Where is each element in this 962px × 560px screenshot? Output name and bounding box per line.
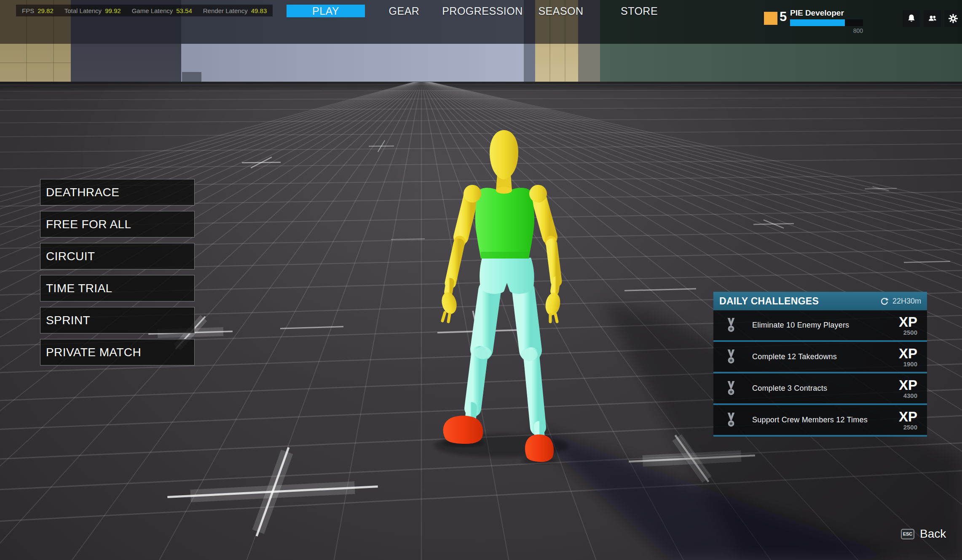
challenge-reward: XP 2500: [899, 410, 917, 430]
level-badge: [764, 12, 777, 25]
daily-challenges-header: DAILY CHALLENGES 22H30m: [713, 292, 927, 310]
friends-button[interactable]: [924, 10, 941, 27]
people-icon: [927, 13, 938, 24]
xp-progress-fill: [790, 19, 845, 26]
medal-icon: [726, 381, 736, 396]
xp-amount: 2500: [899, 424, 917, 430]
xp-label: XP: [899, 410, 917, 424]
mode-private-match-button[interactable]: PRIVATE MATCH: [40, 339, 195, 365]
challenge-row: Eliminate 10 Enemy Players XP 2500: [713, 310, 927, 342]
xp-to-next-level: 800: [790, 27, 863, 34]
challenge-row: Support Crew Members 12 Times XP 2500: [713, 405, 927, 437]
xp-amount: 2500: [899, 329, 917, 336]
settings-button[interactable]: [944, 10, 962, 27]
mode-circuit-button[interactable]: CIRCUIT: [40, 243, 195, 269]
tab-gear[interactable]: GEAR: [365, 5, 443, 17]
notifications-button[interactable]: [903, 10, 920, 27]
challenge-text: Eliminate 10 Enemy Players: [752, 321, 849, 330]
performance-stats-bar: FPS 29.82 Total Latency 99.92 Game Laten…: [16, 5, 273, 16]
stat-fps: FPS 29.82: [22, 7, 54, 14]
xp-label: XP: [899, 315, 917, 329]
mode-deathrace-button[interactable]: DEATHRACE: [40, 179, 195, 205]
tab-store[interactable]: STORE: [600, 5, 678, 17]
gear-icon: [948, 13, 958, 24]
mode-time-trial-button[interactable]: TIME TRIAL: [40, 275, 195, 301]
challenge-reward: XP 4300: [899, 378, 917, 399]
daily-challenges-panel: DAILY CHALLENGES 22H30m Eliminate 10 Ene…: [713, 292, 927, 437]
challenge-reward: XP 1900: [899, 347, 917, 367]
challenge-text: Complete 12 Takedowns: [752, 352, 837, 361]
mode-free-for-all-button[interactable]: FREE FOR ALL: [40, 211, 195, 237]
xp-label: XP: [899, 347, 917, 360]
challenge-text: Support Crew Members 12 Times: [752, 416, 868, 424]
game-mode-menu: DEATHRACE FREE FOR ALL CIRCUIT TIME TRIA…: [40, 179, 195, 371]
challenge-row: Complete 12 Takedowns XP 1900: [713, 342, 927, 373]
challenge-text: Complete 3 Contracts: [752, 384, 827, 393]
stat-game-latency: Game Latency 53.54: [132, 7, 192, 14]
main-nav: PLAY GEAR PROGRESSION SEASON STORE: [287, 5, 678, 17]
xp-label: XP: [899, 378, 917, 392]
refresh-icon: [880, 296, 889, 306]
daily-challenges-title: DAILY CHALLENGES: [719, 296, 819, 307]
medal-icon: [726, 413, 736, 427]
back-label: Back: [920, 527, 946, 541]
stat-render-latency: Render Latency 49.83: [203, 7, 267, 14]
player-name: PIE Developer: [790, 8, 844, 18]
challenges-reset-timer: 22H30m: [880, 296, 921, 306]
medal-icon: [726, 318, 736, 333]
tab-play[interactable]: PLAY: [287, 5, 365, 17]
xp-amount: 1900: [899, 361, 917, 367]
challenge-reward: XP 2500: [899, 315, 917, 336]
game-lobby-screen: FPS 29.82 Total Latency 99.92 Game Laten…: [0, 0, 962, 560]
level-number: 5: [780, 9, 787, 24]
xp-progress-bar: [790, 19, 863, 26]
back-button[interactable]: ESC Back: [901, 527, 946, 541]
bell-icon: [906, 13, 916, 24]
reset-time-text: 22H30m: [892, 297, 921, 306]
xp-amount: 4300: [899, 392, 917, 399]
challenge-row: Complete 3 Contracts XP 4300: [713, 373, 927, 405]
medal-icon: [726, 349, 736, 364]
esc-key-icon: ESC: [901, 529, 914, 539]
mode-sprint-button[interactable]: SPRINT: [40, 307, 195, 333]
stat-total-latency: Total Latency 99.92: [64, 7, 121, 14]
tab-progression[interactable]: PROGRESSION: [443, 5, 522, 17]
player-profile: 5 PIE Developer 800: [764, 8, 865, 35]
tab-season[interactable]: SEASON: [522, 5, 600, 17]
